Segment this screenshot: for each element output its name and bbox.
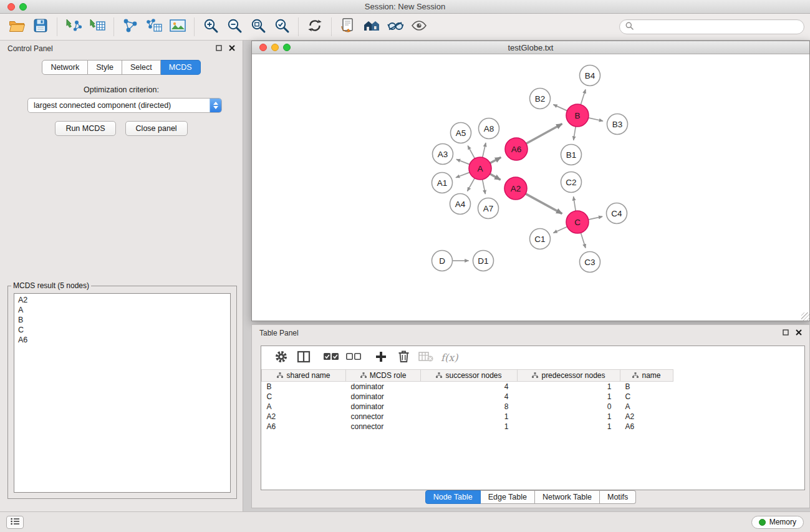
network-zoom-button[interactable]	[283, 44, 291, 51]
network-canvas[interactable]: B4B2BB3A5A8A6A3B1AA1C2A2A4A7C4CC1C3DD1	[252, 54, 809, 321]
network-node-A8[interactable]: A8	[479, 118, 499, 139]
float-panel-icon[interactable]	[216, 44, 222, 53]
table-row[interactable]: A2connector11A2	[262, 412, 673, 422]
mcds-result-item[interactable]: C	[18, 325, 226, 335]
network-node-C[interactable]: C	[566, 211, 589, 233]
criterion-dropdown[interactable]: largest connected component (directed)	[27, 98, 222, 113]
network-node-C4[interactable]: C4	[607, 203, 627, 224]
select-all-button[interactable]	[320, 349, 342, 367]
network-edge-A-A4[interactable]	[468, 178, 475, 191]
network-edge-B-B3[interactable]	[589, 118, 603, 121]
network-edge-A-A6[interactable]	[490, 157, 501, 163]
mcds-result-item[interactable]: A2	[18, 295, 226, 305]
table-row[interactable]: Cdominator41C	[262, 392, 673, 402]
toolbar-search[interactable]	[619, 19, 804, 34]
network-node-D[interactable]: D	[432, 251, 453, 271]
network-node-C1[interactable]: C1	[530, 229, 551, 249]
network-node-B1[interactable]: B1	[561, 145, 582, 165]
column-header-MCDS-role[interactable]: MCDS role	[346, 370, 421, 382]
network-node-A3[interactable]: A3	[433, 144, 453, 165]
search-input[interactable]	[637, 22, 798, 31]
close-panel-icon[interactable]	[796, 329, 802, 337]
network-edge-B-B2[interactable]	[553, 105, 567, 111]
hide-analyzer-button[interactable]	[383, 16, 407, 37]
run-mcds-button[interactable]: Run MCDS	[55, 121, 115, 136]
network-node-D1[interactable]: D1	[473, 251, 494, 271]
network-edge-B-B1[interactable]	[574, 127, 576, 140]
network-edge-C-C2[interactable]	[574, 196, 576, 211]
table-row[interactable]: Bdominator41B	[262, 382, 673, 392]
new-table-button[interactable]	[142, 16, 166, 37]
column-header-shared-name[interactable]: shared name	[262, 370, 346, 382]
network-edge-A-A8[interactable]	[483, 143, 486, 157]
mcds-result-item[interactable]: A6	[18, 335, 226, 345]
network-node-C3[interactable]: C3	[580, 252, 600, 273]
zoom-in-button[interactable]	[199, 16, 223, 37]
network-edge-C-C1[interactable]	[553, 226, 567, 233]
task-history-button[interactable]	[6, 516, 24, 529]
show-columns-button[interactable]	[292, 349, 315, 367]
network-node-A4[interactable]: A4	[450, 194, 471, 215]
network-edge-A-A7[interactable]	[483, 180, 486, 194]
float-panel-icon[interactable]	[783, 329, 789, 337]
network-edge-C-C4[interactable]	[589, 216, 603, 220]
network-node-B2[interactable]: B2	[530, 89, 551, 109]
zoom-fit-button[interactable]	[246, 16, 270, 37]
column-header-predecessor-nodes[interactable]: predecessor nodes	[518, 370, 620, 382]
network-edge-A-A5[interactable]	[468, 146, 475, 159]
network-node-A6[interactable]: A6	[505, 138, 528, 160]
network-edge-A-A3[interactable]	[456, 159, 470, 164]
mcds-result-item[interactable]: B	[18, 315, 226, 325]
open-session-button[interactable]	[5, 16, 29, 37]
zoom-selected-button[interactable]	[270, 16, 294, 37]
create-column-button[interactable]	[370, 349, 392, 367]
table-tab-node-table[interactable]: Node Table	[425, 490, 481, 504]
zoom-out-button[interactable]	[223, 16, 246, 37]
network-node-A2[interactable]: A2	[504, 177, 527, 200]
network-graph[interactable]: B4B2BB3A5A8A6A3B1AA1C2A2A4A7C4CC1C3DD1	[252, 54, 809, 321]
import-table-button[interactable]	[85, 16, 109, 37]
network-node-A7[interactable]: A7	[478, 198, 499, 219]
tab-style[interactable]: Style	[88, 60, 122, 75]
network-edge-B-B4[interactable]	[581, 89, 586, 104]
close-panel-icon[interactable]	[229, 44, 235, 53]
function-builder-button[interactable]: f(x)	[441, 352, 458, 364]
network-node-A1[interactable]: A1	[432, 173, 453, 193]
network-node-B[interactable]: B	[566, 104, 589, 127]
tab-network[interactable]: Network	[42, 60, 88, 75]
network-node-C2[interactable]: C2	[561, 172, 582, 193]
close-panel-button[interactable]: Close panel	[125, 121, 188, 136]
column-header-name[interactable]: name	[620, 370, 673, 382]
delete-table-button[interactable]	[415, 349, 437, 367]
table-row[interactable]: Adominator80A	[262, 402, 673, 412]
show-analyzer-button[interactable]	[407, 16, 431, 37]
network-edge-A6-B[interactable]	[526, 124, 562, 144]
table-tab-motifs[interactable]: Motifs	[600, 490, 636, 504]
table-settings-button[interactable]	[270, 349, 292, 367]
open-document-button[interactable]	[336, 16, 360, 37]
tab-select[interactable]: Select	[122, 60, 161, 75]
table-row[interactable]: A6connector11A6	[262, 422, 673, 432]
apply-layout-button[interactable]	[303, 16, 327, 37]
network-edge-A-A2[interactable]	[490, 174, 501, 180]
network-node-A5[interactable]: A5	[451, 123, 471, 143]
network-node-A[interactable]: A	[469, 157, 491, 180]
deselect-all-button[interactable]	[342, 349, 365, 367]
network-node-B4[interactable]: B4	[580, 65, 600, 86]
network-window-titlebar[interactable]: testGlobe.txt	[252, 41, 809, 54]
column-header-successor-nodes[interactable]: successor nodes	[421, 370, 518, 382]
new-network-button[interactable]	[118, 16, 142, 37]
table-tab-network-table[interactable]: Network Table	[535, 490, 600, 504]
export-image-button[interactable]	[166, 16, 190, 37]
network-edge-C-C3[interactable]	[581, 233, 586, 248]
tab-mcds[interactable]: MCDS	[161, 60, 201, 75]
network-minimize-button[interactable]	[271, 44, 279, 51]
network-edge-A2-C[interactable]	[526, 194, 562, 214]
fullscreen-window-button[interactable]	[19, 3, 27, 11]
save-session-button[interactable]	[29, 16, 52, 37]
network-node-B3[interactable]: B3	[607, 114, 628, 135]
delete-column-button[interactable]	[392, 349, 415, 367]
network-edge-A-A1[interactable]	[456, 172, 470, 177]
network-close-button[interactable]	[259, 44, 267, 51]
resize-grip[interactable]	[801, 312, 809, 321]
